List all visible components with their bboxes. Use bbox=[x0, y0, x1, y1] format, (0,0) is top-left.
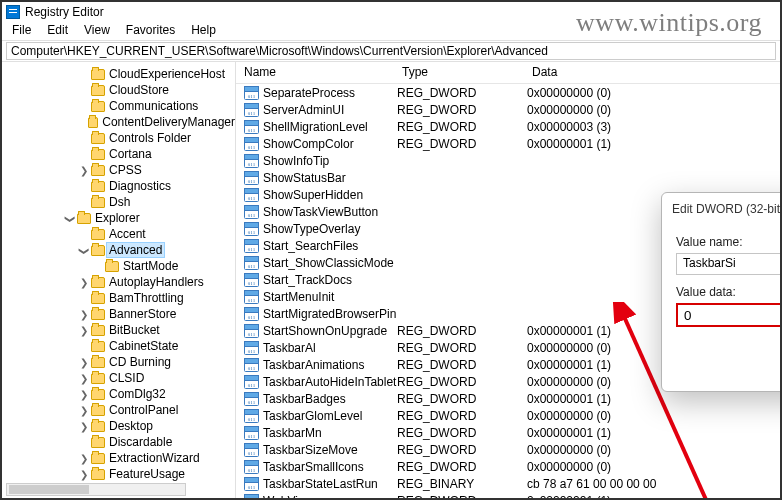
tree-node[interactable]: Diagnostics bbox=[8, 178, 235, 194]
spacer-icon bbox=[78, 180, 90, 192]
value-data-input[interactable] bbox=[676, 303, 782, 327]
value-name-cell: TaskbarMn bbox=[263, 426, 397, 440]
value-name-cell: Start_SearchFiles bbox=[263, 239, 397, 253]
tree-node[interactable]: FeatureUsage bbox=[8, 466, 235, 482]
tree-node-label: CLSID bbox=[109, 371, 144, 385]
dword-value-icon: 011 bbox=[244, 375, 259, 389]
dword-value-icon: 011 bbox=[244, 103, 259, 117]
registry-tree[interactable]: CloudExperienceHostCloudStoreCommunicati… bbox=[2, 62, 236, 498]
value-row[interactable]: 011TaskbarSmallIconsREG_DWORD0x00000000 … bbox=[236, 458, 780, 475]
chevron-right-icon[interactable] bbox=[78, 164, 90, 176]
menu-favorites[interactable]: Favorites bbox=[118, 22, 183, 40]
chevron-right-icon[interactable] bbox=[78, 420, 90, 432]
tree-node-label: FeatureUsage bbox=[109, 467, 185, 481]
value-row[interactable]: 011ShowCompColorREG_DWORD0x00000001 (1) bbox=[236, 135, 780, 152]
spacer-icon bbox=[78, 116, 87, 128]
tree-node[interactable]: Cortana bbox=[8, 146, 235, 162]
svg-rect-73 bbox=[245, 494, 259, 499]
tree-node[interactable]: Explorer bbox=[8, 210, 235, 226]
dword-value-icon: 011 bbox=[244, 171, 259, 185]
column-header-name[interactable]: Name bbox=[236, 62, 394, 83]
chevron-right-icon[interactable] bbox=[78, 452, 90, 464]
column-header-data[interactable]: Data bbox=[524, 62, 780, 83]
value-row[interactable]: 011SeparateProcessREG_DWORD0x00000000 (0… bbox=[236, 84, 780, 101]
chevron-down-icon[interactable] bbox=[78, 244, 90, 256]
menu-edit[interactable]: Edit bbox=[39, 22, 76, 40]
value-name-field[interactable]: TaskbarSi bbox=[676, 253, 782, 275]
column-header-type[interactable]: Type bbox=[394, 62, 524, 83]
svg-rect-28 bbox=[245, 239, 259, 244]
value-row[interactable]: 011TaskbarGlomLevelREG_DWORD0x00000000 (… bbox=[236, 407, 780, 424]
value-row[interactable]: 011TaskbarMnREG_DWORD0x00000001 (1) bbox=[236, 424, 780, 441]
tree-node[interactable]: Dsh bbox=[8, 194, 235, 210]
tree-node[interactable]: CabinetState bbox=[8, 338, 235, 354]
tree-node[interactable]: BannerStore bbox=[8, 306, 235, 322]
menu-view[interactable]: View bbox=[76, 22, 118, 40]
value-row[interactable]: 011TaskbarStateLastRunREG_BINARYcb 78 a7… bbox=[236, 475, 780, 492]
dialog-title-bar[interactable]: Edit DWORD (32-bit) Value ✕ bbox=[662, 193, 782, 225]
value-row[interactable]: 011TaskbarBadgesREG_DWORD0x00000001 (1) bbox=[236, 390, 780, 407]
value-type-cell: REG_DWORD bbox=[397, 494, 527, 501]
tree-node[interactable]: Communications bbox=[8, 98, 235, 114]
menu-file[interactable]: File bbox=[4, 22, 39, 40]
chevron-right-icon[interactable] bbox=[78, 468, 90, 480]
tree-node[interactable]: StartMode bbox=[8, 258, 235, 274]
chevron-right-icon[interactable] bbox=[78, 276, 90, 288]
tree-node[interactable]: CPSS bbox=[8, 162, 235, 178]
spacer-icon bbox=[78, 436, 90, 448]
tree-node-label: BitBucket bbox=[109, 323, 160, 337]
chevron-right-icon[interactable] bbox=[78, 404, 90, 416]
tree-node-label: Controls Folder bbox=[109, 131, 191, 145]
menu-help[interactable]: Help bbox=[183, 22, 224, 40]
tree-node[interactable]: CloudExperienceHost bbox=[8, 66, 235, 82]
tree-node[interactable]: Accent bbox=[8, 226, 235, 242]
svg-text:011: 011 bbox=[248, 417, 256, 422]
tree-node[interactable]: CLSID bbox=[8, 370, 235, 386]
value-row[interactable]: 011ShellMigrationLevelREG_DWORD0x0000000… bbox=[236, 118, 780, 135]
svg-rect-37 bbox=[245, 290, 259, 295]
tree-node[interactable]: ExtractionWizard bbox=[8, 450, 235, 466]
tree-node[interactable]: Desktop bbox=[8, 418, 235, 434]
tree-node-label: Diagnostics bbox=[109, 179, 171, 193]
svg-rect-19 bbox=[245, 188, 259, 193]
chevron-right-icon[interactable] bbox=[78, 324, 90, 336]
tree-node[interactable]: ControlPanel bbox=[8, 402, 235, 418]
tree-node[interactable]: BitBucket bbox=[8, 322, 235, 338]
svg-text:011: 011 bbox=[248, 247, 256, 252]
address-input[interactable] bbox=[6, 42, 776, 60]
chevron-right-icon[interactable] bbox=[78, 308, 90, 320]
svg-text:011: 011 bbox=[248, 162, 256, 167]
tree-node[interactable]: ComDlg32 bbox=[8, 386, 235, 402]
tree-node[interactable]: BamThrottling bbox=[8, 290, 235, 306]
tree-node[interactable]: Discardable bbox=[8, 434, 235, 450]
value-type-cell: REG_DWORD bbox=[397, 120, 527, 134]
value-row[interactable]: 011ShowInfoTip bbox=[236, 152, 780, 169]
chevron-right-icon[interactable] bbox=[78, 388, 90, 400]
svg-text:011: 011 bbox=[248, 366, 256, 371]
svg-text:011: 011 bbox=[248, 315, 256, 320]
value-row[interactable]: 011TaskbarSizeMoveREG_DWORD0x00000000 (0… bbox=[236, 441, 780, 458]
tree-node[interactable]: CD Burning bbox=[8, 354, 235, 370]
svg-text:011: 011 bbox=[248, 213, 256, 218]
folder-icon bbox=[91, 453, 105, 464]
list-header: Name Type Data bbox=[236, 62, 780, 84]
chevron-right-icon[interactable] bbox=[78, 356, 90, 368]
tree-node[interactable]: CloudStore bbox=[8, 82, 235, 98]
tree-node[interactable]: Controls Folder bbox=[8, 130, 235, 146]
value-data-cell: 0x00000000 (0) bbox=[527, 460, 780, 474]
tree-horizontal-scrollbar[interactable] bbox=[6, 483, 186, 496]
tree-node[interactable]: ContentDeliveryManager bbox=[8, 114, 235, 130]
folder-icon bbox=[91, 133, 105, 144]
value-row[interactable]: 011WebViewREG_DWORD0x00000001 (1) bbox=[236, 492, 780, 500]
value-row[interactable]: 011ShowStatusBar bbox=[236, 169, 780, 186]
value-row[interactable]: 011ServerAdminUIREG_DWORD0x00000000 (0) bbox=[236, 101, 780, 118]
svg-text:011: 011 bbox=[248, 383, 256, 388]
value-name-cell: ShowInfoTip bbox=[263, 154, 397, 168]
svg-rect-7 bbox=[245, 120, 259, 125]
tree-node[interactable]: AutoplayHandlers bbox=[8, 274, 235, 290]
chevron-down-icon[interactable] bbox=[64, 212, 76, 224]
chevron-right-icon[interactable] bbox=[78, 372, 90, 384]
svg-text:011: 011 bbox=[248, 94, 256, 99]
dword-value-icon: 011 bbox=[244, 137, 259, 151]
tree-node[interactable]: Advanced bbox=[8, 242, 235, 258]
